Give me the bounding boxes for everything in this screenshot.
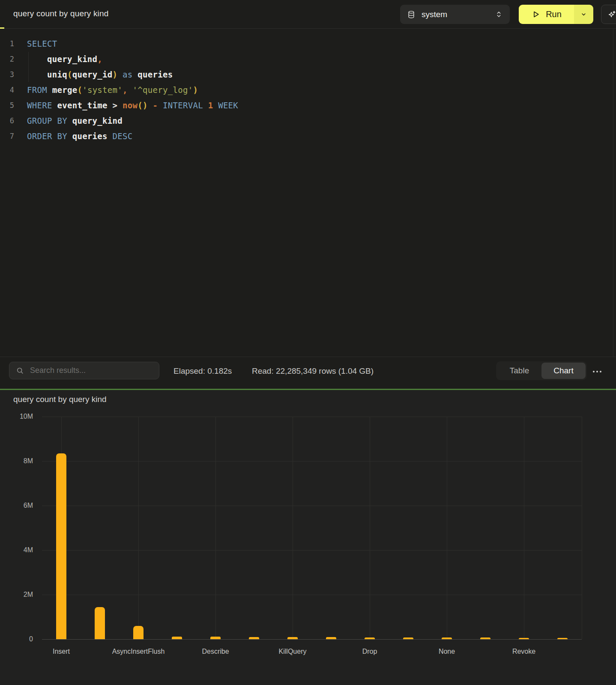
code-line[interactable]: 2 query_kind,	[0, 51, 613, 67]
code-line[interactable]: 4FROM merge('system', '^query_log')	[0, 82, 613, 98]
code-text: GROUP BY query_kind	[20, 116, 123, 125]
code-text: FROM merge('system', '^query_log')	[20, 85, 198, 95]
code-text: uniq(query_id) as queries	[20, 70, 173, 79]
x-gridline	[524, 417, 524, 639]
chart-panel: query count by query kind 02M4M6M8M10MIn…	[0, 390, 616, 685]
y-gridline	[42, 550, 582, 551]
tab-table[interactable]: Table	[497, 363, 541, 379]
sql-console: query count by query kind system	[0, 0, 616, 685]
more-options-button[interactable]	[590, 368, 604, 375]
run-split-button: Run	[519, 5, 593, 24]
x-gridline	[215, 417, 216, 639]
x-axis-category-label: KillQuery	[279, 648, 307, 655]
chart-bar-unlabeled-6[interactable]	[249, 637, 259, 639]
view-toggle: Table Chart	[496, 361, 587, 380]
line-number: 4	[0, 86, 20, 94]
search-results-box	[9, 362, 159, 379]
x-axis-line	[42, 639, 582, 640]
line-number: 3	[0, 70, 20, 79]
code-line[interactable]: 6GROUP BY query_kind	[0, 113, 613, 128]
line-number: 5	[0, 101, 20, 110]
chart-bar-KillQuery[interactable]	[287, 637, 298, 639]
results-toolbar: Elapsed: 0.182s Read: 22,285,349 rows (1…	[0, 357, 616, 389]
chart-bar-unlabeled-4[interactable]	[172, 637, 182, 639]
code-text: query_kind,	[20, 54, 102, 64]
x-gridline	[370, 417, 370, 639]
x-gridline	[138, 417, 139, 639]
x-gridline	[447, 417, 447, 639]
y-axis-tick-label: 0	[7, 635, 33, 643]
sql-editor[interactable]: 1SELECT2 query_kind,3 uniq(query_id) as …	[0, 29, 613, 357]
search-icon	[16, 366, 24, 375]
x-axis-category-label: Describe	[202, 648, 229, 655]
y-axis-tick-label: 8M	[7, 457, 33, 465]
y-gridline	[42, 417, 582, 417]
chart-bar-unlabeled-10[interactable]	[403, 637, 413, 639]
chart-bar-unlabeled-2[interactable]	[95, 607, 105, 639]
indent-guide	[28, 52, 29, 82]
x-axis-category-label: Insert	[53, 648, 70, 655]
run-button[interactable]: Run	[519, 5, 574, 24]
y-axis-tick-label: 2M	[7, 591, 33, 599]
code-line[interactable]: 3 uniq(query_id) as queries	[0, 67, 613, 82]
play-icon	[531, 10, 540, 19]
y-gridline	[42, 595, 582, 595]
ellipsis-icon	[593, 371, 595, 372]
run-button-label: Run	[546, 9, 562, 19]
chart-bar-unlabeled-12[interactable]	[480, 637, 490, 639]
line-number: 1	[0, 39, 20, 48]
line-number: 7	[0, 132, 20, 140]
sparkles-icon	[607, 10, 616, 19]
line-number: 2	[0, 55, 20, 63]
y-gridline	[42, 461, 582, 462]
ai-assist-button[interactable]	[601, 5, 616, 24]
active-tab-accent	[0, 27, 4, 29]
chart-bar-unlabeled-14[interactable]	[557, 638, 568, 639]
code-text: SELECT	[20, 39, 57, 48]
database-selector[interactable]: system	[400, 5, 510, 24]
read-stat: Read: 22,285,349 rows (1.04 GB)	[252, 366, 374, 376]
code-line[interactable]: 5WHERE event_time > now() - INTERVAL 1 W…	[0, 98, 613, 113]
code-text: WHERE event_time > now() - INTERVAL 1 WE…	[20, 101, 238, 110]
chart-bar-Revoke[interactable]	[519, 638, 529, 639]
run-options-button[interactable]	[574, 5, 593, 24]
tab-chart[interactable]: Chart	[541, 363, 586, 379]
editor-scrollbar-track[interactable]	[613, 29, 613, 357]
chart-bar-unlabeled-8[interactable]	[326, 637, 336, 639]
chart-bar-Insert[interactable]	[56, 453, 66, 639]
x-axis-category-label: AsyncInsertFlush	[112, 648, 165, 655]
top-bar: query count by query kind system	[0, 0, 616, 29]
chart-bar-Describe[interactable]	[210, 637, 221, 639]
search-results-input[interactable]	[29, 366, 153, 375]
x-axis-category-label: Drop	[362, 648, 377, 655]
chevron-down-icon	[580, 11, 587, 18]
y-axis-tick-label: 4M	[7, 546, 33, 554]
chart-bar-None[interactable]	[442, 637, 452, 639]
database-icon	[407, 10, 416, 19]
code-line[interactable]: 1SELECT	[0, 36, 613, 51]
y-gridline	[42, 506, 582, 506]
chart-bar-AsyncInsertFlush[interactable]	[133, 626, 144, 639]
y-axis-tick-label: 10M	[7, 413, 33, 420]
x-axis-category-label: Revoke	[512, 648, 535, 655]
elapsed-stat: Elapsed: 0.182s	[173, 366, 232, 376]
query-tab-title: query count by query kind	[13, 9, 109, 18]
x-axis-category-label: None	[439, 648, 455, 655]
y-axis-tick-label: 6M	[7, 502, 33, 509]
line-number: 6	[0, 116, 20, 125]
code-line[interactable]: 7ORDER BY queries DESC	[0, 128, 613, 144]
code-text: ORDER BY queries DESC	[20, 131, 133, 141]
database-selector-value: system	[422, 10, 447, 19]
x-gridline	[293, 417, 293, 639]
x-gridline	[582, 417, 582, 639]
chart-bar-Drop[interactable]	[365, 637, 375, 639]
bar-chart: 02M4M6M8M10MInsertAsyncInsertFlushDescri…	[0, 390, 616, 685]
chevron-updown-icon	[495, 10, 503, 18]
